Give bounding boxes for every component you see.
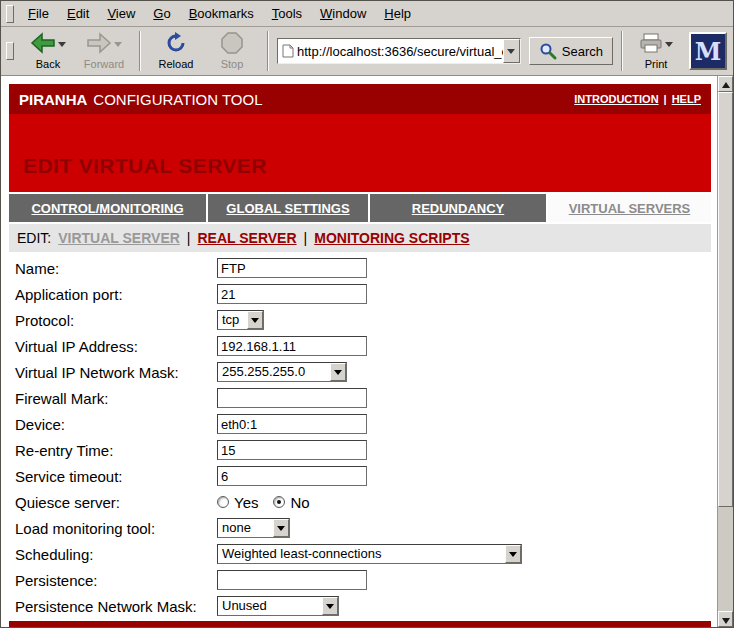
- form-row-port: Application port:: [9, 281, 711, 307]
- toolbar-separator: [267, 31, 269, 71]
- quiesce-no-radio[interactable]: [273, 496, 285, 508]
- persistence-input[interactable]: [217, 570, 367, 590]
- search-button[interactable]: Search: [529, 37, 613, 65]
- name-input[interactable]: [217, 258, 367, 278]
- subnav-monitoring-scripts-link[interactable]: MONITORING SCRIPTS: [314, 230, 469, 246]
- introduction-link[interactable]: INTRODUCTION: [574, 93, 658, 105]
- menu-window[interactable]: Window: [311, 2, 375, 25]
- menu-go[interactable]: Go: [144, 2, 179, 25]
- page-footer-bar: [9, 621, 711, 627]
- application-port-input[interactable]: [217, 284, 367, 304]
- tab-control-monitoring[interactable]: CONTROL/MONITORING: [9, 194, 206, 222]
- menu-help[interactable]: Help: [375, 2, 420, 25]
- toolbar-grippy[interactable]: [6, 42, 14, 60]
- quiesce-radio-group: Yes No: [217, 494, 320, 511]
- scrollbar-thumb[interactable]: [718, 92, 733, 507]
- menu-bookmarks[interactable]: Bookmarks: [180, 2, 263, 25]
- device-input[interactable]: [217, 414, 367, 434]
- tab-redundancy[interactable]: REDUNDANCY: [370, 194, 546, 222]
- form-row-reentry-time: Re-entry Time:: [9, 437, 711, 463]
- form-row-virtual-ip: Virtual IP Address:: [9, 333, 711, 359]
- dropdown-arrow-icon: [505, 545, 521, 563]
- quiesce-yes-radio[interactable]: [217, 496, 229, 508]
- printer-icon: [639, 33, 663, 57]
- application-port-label: Application port:: [15, 286, 217, 303]
- scroll-down-button[interactable]: [718, 611, 733, 627]
- service-timeout-input[interactable]: [217, 466, 367, 486]
- vertical-scrollbar: [717, 76, 733, 627]
- back-button[interactable]: Back: [21, 29, 75, 73]
- print-dropdown-icon[interactable]: [665, 42, 673, 51]
- scheduling-select[interactable]: Weighted least-connections: [217, 544, 522, 564]
- url-history-dropdown[interactable]: [503, 39, 520, 63]
- mozilla-throbber-logo[interactable]: M: [689, 32, 727, 70]
- virtual-ip-mask-select[interactable]: 255.255.255.0: [217, 362, 347, 382]
- stop-icon: [221, 32, 243, 58]
- load-monitoring-label: Load monitoring tool:: [15, 520, 217, 537]
- url-input[interactable]: [297, 40, 503, 62]
- form-row-persistence-mask: Persistence Network Mask: Unused: [9, 593, 711, 619]
- subnav-separator: |: [304, 230, 308, 246]
- browser-window: File Edit View Go Bookmarks Tools Window…: [0, 0, 734, 628]
- form-row-service-timeout: Service timeout:: [9, 463, 711, 489]
- scheduling-select-value: Weighted least-connections: [218, 545, 505, 563]
- reload-button[interactable]: Reload: [149, 29, 203, 73]
- menu-file[interactable]: File: [19, 2, 58, 25]
- reentry-time-input[interactable]: [217, 440, 367, 460]
- help-link[interactable]: HELP: [672, 93, 701, 105]
- subnav-real-server-link[interactable]: REAL SERVER: [198, 230, 297, 246]
- forward-dropdown-icon: [114, 42, 122, 51]
- dropdown-arrow-icon: [322, 597, 338, 615]
- scheduling-label: Scheduling:: [15, 546, 217, 563]
- virtual-ip-mask-select-value: 255.255.255.0: [218, 363, 330, 381]
- menu-bar: File Edit View Go Bookmarks Tools Window…: [1, 1, 733, 27]
- stop-button[interactable]: Stop: [205, 29, 259, 73]
- persistence-mask-select[interactable]: Unused: [217, 596, 339, 616]
- tab-label: REDUNDANCY: [412, 201, 504, 216]
- toolbar-grippy[interactable]: [6, 5, 14, 23]
- firewall-mark-input[interactable]: [217, 388, 367, 408]
- print-label: Print: [645, 58, 668, 70]
- load-monitoring-select-value: none: [218, 519, 273, 537]
- scrollbar-track[interactable]: [718, 92, 733, 611]
- form-row-quiesce: Quiesce server: Yes No: [9, 489, 711, 515]
- virtual-ip-input[interactable]: [217, 336, 367, 356]
- persistence-label: Persistence:: [15, 572, 217, 589]
- subnav-separator: |: [187, 230, 191, 246]
- name-label: Name:: [15, 260, 217, 277]
- protocol-label: Protocol:: [15, 312, 217, 329]
- back-dropdown-icon[interactable]: [58, 42, 66, 51]
- brand-title: PIRANHACONFIGURATION TOOL: [19, 91, 263, 108]
- tab-label: GLOBAL SETTINGS: [226, 201, 349, 216]
- menu-edit[interactable]: Edit: [58, 2, 98, 25]
- toolbar-separator: [139, 31, 141, 71]
- menu-tools[interactable]: Tools: [263, 2, 311, 25]
- url-bar: [277, 38, 521, 64]
- reload-icon: [165, 32, 187, 58]
- protocol-select[interactable]: tcp: [217, 310, 264, 330]
- form-row-device: Device:: [9, 411, 711, 437]
- forward-label: Forward: [84, 58, 124, 70]
- header-links: INTRODUCTION | HELP: [574, 93, 701, 105]
- back-label: Back: [36, 58, 60, 70]
- brand-rest: CONFIGURATION TOOL: [93, 91, 262, 108]
- subnav-virtual-server-link[interactable]: VIRTUAL SERVER: [58, 230, 180, 246]
- load-monitoring-select[interactable]: none: [217, 518, 290, 538]
- forward-button[interactable]: Forward: [77, 29, 131, 73]
- dropdown-arrow-icon: [247, 311, 263, 329]
- virtual-server-form: Name: Application port: Protocol: tcp Vi…: [9, 255, 711, 619]
- subnav-prefix: EDIT:: [17, 230, 51, 246]
- navigation-toolbar: Back Forward Reload: [1, 27, 733, 76]
- tab-virtual-servers[interactable]: VIRTUAL SERVERS: [548, 194, 711, 222]
- virtual-ip-label: Virtual IP Address:: [15, 338, 217, 355]
- print-button[interactable]: Print: [631, 29, 681, 73]
- brand-strong: PIRANHA: [19, 91, 87, 108]
- firewall-mark-label: Firewall Mark:: [15, 390, 217, 407]
- dropdown-arrow-icon: [273, 519, 289, 537]
- tab-global-settings[interactable]: GLOBAL SETTINGS: [208, 194, 368, 222]
- title-band: EDIT VIRTUAL SERVER: [9, 114, 711, 192]
- tab-label: VIRTUAL SERVERS: [569, 201, 691, 216]
- scroll-up-button[interactable]: [718, 76, 733, 92]
- menu-view[interactable]: View: [98, 2, 144, 25]
- device-label: Device:: [15, 416, 217, 433]
